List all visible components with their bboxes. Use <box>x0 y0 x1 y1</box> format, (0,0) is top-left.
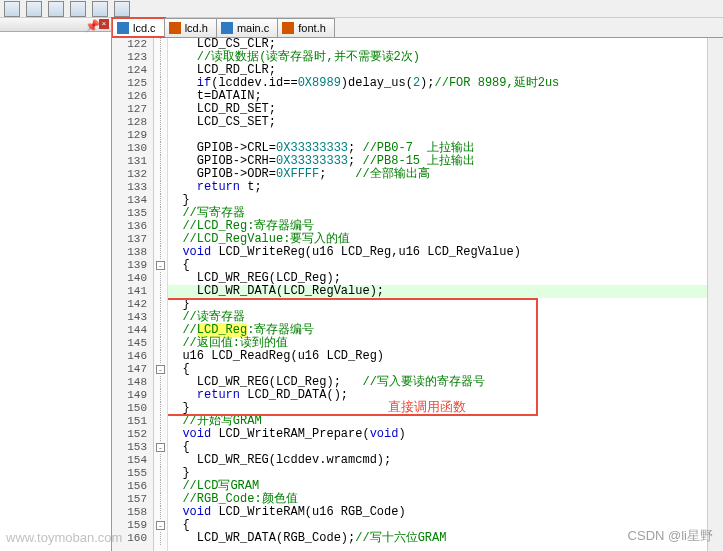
line-gutter: 1221231241251261271281291301311321331341… <box>112 38 154 551</box>
line-number: 146 <box>112 350 147 363</box>
fold-cell <box>154 246 167 259</box>
line-number: 140 <box>112 272 147 285</box>
fold-cell <box>154 415 167 428</box>
fold-cell <box>154 129 167 142</box>
line-number: 156 <box>112 480 147 493</box>
code-line[interactable]: u16 LCD_ReadReg(u16 LCD_Reg) <box>168 350 707 363</box>
code-line[interactable]: void LCD_WriteRAM(u16 RGB_Code) <box>168 506 707 519</box>
top-toolbar <box>0 0 723 18</box>
fold-cell <box>154 77 167 90</box>
fold-cell <box>154 402 167 415</box>
fold-column: ---- <box>154 38 168 551</box>
editor-area: lcd.clcd.hmain.cfont.h 12212312412512612… <box>112 18 723 551</box>
line-number: 132 <box>112 168 147 181</box>
fold-cell <box>154 480 167 493</box>
fold-cell: - <box>154 259 167 272</box>
fold-toggle[interactable]: - <box>156 365 165 374</box>
fold-cell <box>154 181 167 194</box>
editor-content: 1221231241251261271281291301311321331341… <box>112 38 723 551</box>
code-line[interactable]: void LCD_WriteReg(u16 LCD_Reg,u16 LCD_Re… <box>168 246 707 259</box>
line-number: 138 <box>112 246 147 259</box>
line-number: 152 <box>112 428 147 441</box>
c-file-icon <box>117 22 129 34</box>
tab-label: lcd.c <box>133 22 156 34</box>
line-number: 128 <box>112 116 147 129</box>
line-number: 124 <box>112 64 147 77</box>
fold-cell <box>154 220 167 233</box>
code-line[interactable]: LCD_CS_SET; <box>168 116 707 129</box>
line-number: 150 <box>112 402 147 415</box>
line-number: 149 <box>112 389 147 402</box>
fold-cell <box>154 311 167 324</box>
fold-cell <box>154 90 167 103</box>
toolbar-icon[interactable] <box>70 1 86 17</box>
fold-cell <box>154 103 167 116</box>
line-number: 135 <box>112 207 147 220</box>
tab-bar: lcd.clcd.hmain.cfont.h <box>112 18 723 38</box>
code-area[interactable]: 直接调用函数 LCD_CS_CLR; //读取数据(读寄存器时,并不需要读2次)… <box>168 38 707 551</box>
line-number: 143 <box>112 311 147 324</box>
line-number: 136 <box>112 220 147 233</box>
code-line[interactable]: LCD_WR_REG(lcddev.wramcmd); <box>168 454 707 467</box>
line-number: 131 <box>112 155 147 168</box>
fold-cell <box>154 285 167 298</box>
fold-toggle[interactable]: - <box>156 261 165 270</box>
fold-cell <box>154 38 167 51</box>
code-line[interactable]: LCD_WR_DATA(RGB_Code);//写十六位GRAM <box>168 532 707 545</box>
tab-main-c[interactable]: main.c <box>216 18 278 37</box>
fold-cell <box>154 272 167 285</box>
line-number: 127 <box>112 103 147 116</box>
tab-font-h[interactable]: font.h <box>277 18 335 37</box>
line-number: 139 <box>112 259 147 272</box>
fold-cell <box>154 337 167 350</box>
line-number: 142 <box>112 298 147 311</box>
code-line[interactable]: LCD_WR_DATA(LCD_RegValue); <box>168 285 707 298</box>
line-number: 133 <box>112 181 147 194</box>
fold-cell <box>154 116 167 129</box>
line-number: 134 <box>112 194 147 207</box>
panel-header: 📌 × <box>0 18 111 32</box>
line-number: 155 <box>112 467 147 480</box>
fold-cell: - <box>154 519 167 532</box>
code-line[interactable]: } <box>168 298 707 311</box>
fold-cell <box>154 467 167 480</box>
fold-cell <box>154 168 167 181</box>
line-number: 129 <box>112 129 147 142</box>
close-icon[interactable]: × <box>99 19 109 29</box>
fold-cell <box>154 233 167 246</box>
toolbar-icon[interactable] <box>48 1 64 17</box>
pin-icon[interactable]: 📌 <box>85 19 95 29</box>
watermark-left: www.toymoban.com <box>6 530 122 545</box>
fold-cell <box>154 493 167 506</box>
line-number: 145 <box>112 337 147 350</box>
code-line[interactable]: return t; <box>168 181 707 194</box>
tab-lcd-c[interactable]: lcd.c <box>112 18 165 37</box>
tab-label: font.h <box>298 22 326 34</box>
fold-cell <box>154 155 167 168</box>
fold-toggle[interactable]: - <box>156 443 165 452</box>
toolbar-icon[interactable] <box>26 1 42 17</box>
toolbar-icon[interactable] <box>4 1 20 17</box>
toolbar-icon[interactable] <box>92 1 108 17</box>
vertical-scrollbar[interactable] <box>707 38 723 551</box>
fold-cell <box>154 506 167 519</box>
fold-cell <box>154 194 167 207</box>
fold-toggle[interactable]: - <box>156 521 165 530</box>
side-panel: 📌 × <box>0 18 112 551</box>
code-line[interactable]: void LCD_WriteRAM_Prepare(void) <box>168 428 707 441</box>
fold-cell <box>154 532 167 545</box>
h-file-icon <box>169 22 181 34</box>
toolbar-icon[interactable] <box>114 1 130 17</box>
code-line[interactable]: } <box>168 194 707 207</box>
fold-cell <box>154 389 167 402</box>
fold-cell <box>154 207 167 220</box>
line-number: 151 <box>112 415 147 428</box>
fold-cell: - <box>154 363 167 376</box>
fold-cell <box>154 376 167 389</box>
tab-lcd-h[interactable]: lcd.h <box>164 18 217 37</box>
fold-cell <box>154 428 167 441</box>
annotation-text: 直接调用函数 <box>388 398 466 416</box>
line-number: 154 <box>112 454 147 467</box>
line-number: 158 <box>112 506 147 519</box>
fold-cell <box>154 298 167 311</box>
